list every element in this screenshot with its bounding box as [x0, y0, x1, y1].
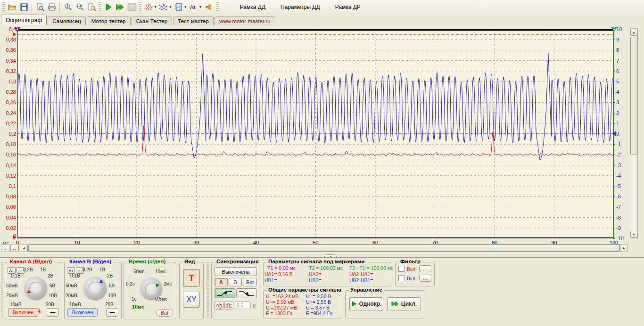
sync-source-a-button[interactable]: А: [215, 278, 228, 286]
knob-pointer: [156, 283, 161, 287]
y-axis-left-tick: 0,22: [0, 121, 16, 126]
tab-scan-tester[interactable]: Скан-Тестер: [132, 16, 173, 25]
menu-frame-dr[interactable]: Рамка ДР: [328, 2, 368, 12]
ub1-value: UВ1=: [264, 277, 277, 283]
channel-a-zero-arrow[interactable]: [13, 235, 18, 240]
dropdown-arrow-icon[interactable]: ▼: [199, 5, 202, 8]
knob-label: 20В: [46, 302, 54, 307]
tab-website[interactable]: www.motor-master.ru: [215, 16, 275, 25]
sync-edge-rising-button[interactable]: [215, 288, 235, 298]
menubar: Рамка ДД Параметры ДД Рамка ДР: [232, 2, 368, 12]
zoom-vertical-icon[interactable]: [62, 1, 74, 13]
y-axis-left-tick: 0,14: [0, 163, 16, 168]
y-axis-right-tickmark: [613, 155, 615, 155]
buffer-button[interactable]: Buf: [156, 309, 173, 317]
tab-oscilloscope[interactable]: Осциллограф: [1, 15, 47, 25]
y-axis-right-tick: 6: [616, 68, 629, 74]
y-axis-right-tickmark: [613, 82, 615, 82]
tab-recorder[interactable]: Самописец: [48, 16, 86, 25]
open-file-icon[interactable]: [6, 1, 18, 13]
view-xy-button[interactable]: XY: [183, 292, 200, 308]
horizontal-scrollbar[interactable]: .. .. ◄ ►: [1, 244, 628, 252]
run-single-icon[interactable]: [102, 1, 114, 13]
panel-grip[interactable]: [1, 262, 3, 318]
dt-value: T2 - T1 = 100,00 мс: [349, 265, 393, 271]
view-title: Вид: [183, 259, 197, 264]
sync-off-button[interactable]: Выключена: [215, 267, 257, 276]
zoom-selection-icon[interactable]: [85, 1, 97, 13]
sound-icon[interactable]: [203, 1, 215, 13]
sync-level-input[interactable]: [235, 302, 251, 309]
knob-label: 1В: [40, 267, 46, 272]
calculator-icon[interactable]: [173, 1, 185, 13]
zoom-horizontal-icon[interactable]: [74, 1, 85, 13]
sync-source-b-button[interactable]: В: [229, 278, 242, 286]
a-ac-value: U~= 2,99 мВ: [266, 299, 294, 305]
dropdown-arrow-icon[interactable]: ▼: [169, 5, 172, 8]
spectrum-b-icon[interactable]: +: [158, 1, 170, 13]
scroll-left-button[interactable]: ◄: [20, 244, 28, 252]
sync-source-ext-button[interactable]: Ext: [243, 278, 257, 286]
filter-a-checkbox[interactable]: [398, 266, 405, 272]
channel-b-zero-arrow[interactable]: [610, 131, 616, 136]
tab-test-master[interactable]: Тест-мастер: [173, 16, 214, 25]
time-range-knob[interactable]: [140, 277, 162, 299]
channel-b-range-knob[interactable]: [83, 277, 106, 299]
knob-label: 10В: [49, 293, 57, 298]
filter-a-label: Вкл: [407, 266, 415, 272]
vertical-scrollbar[interactable]: ▲ ▼: [630, 28, 638, 238]
trigger-level-arrow[interactable]: [13, 32, 18, 37]
menu-frame-dd[interactable]: Рамка ДД: [232, 2, 273, 12]
channel-a-power-button[interactable]: Включен: [8, 308, 38, 317]
scroll-up-button[interactable]: ▲: [630, 29, 637, 36]
run-single-button[interactable]: Однокр.: [349, 297, 383, 310]
y-axis-right-tick: 7: [616, 58, 629, 64]
filter-b-checkbox[interactable]: [398, 275, 405, 281]
channel-a-invert-button[interactable]: —: [47, 308, 59, 317]
channel-b-invert-button[interactable]: —: [106, 308, 118, 317]
knob-label: 5В: [50, 283, 55, 288]
print-preview-icon[interactable]: [34, 1, 46, 13]
scroll-down-button[interactable]: ▼: [630, 231, 637, 238]
tab-motor-tester[interactable]: Мотор-тестер: [87, 16, 131, 25]
scroll-right-button[interactable]: ►: [620, 244, 628, 252]
edit-disabled-icon: [126, 1, 138, 13]
spectrum-a-icon[interactable]: +: [143, 1, 155, 13]
view-panel: Вид T XY: [179, 262, 204, 319]
run-continuous-icon[interactable]: [114, 1, 126, 13]
knob-center: [89, 282, 101, 294]
control-panel-area: Канал А (В/дел) A↕ A↕ 0,2В 1В 0,1В 2В 50…: [0, 259, 644, 323]
dua-value: UА2-UА1=: [349, 271, 373, 277]
sync-mode-wave-button[interactable]: [215, 301, 223, 310]
y-axis-left-tick: 0,08: [0, 194, 16, 199]
rising-edge-icon: [216, 290, 234, 297]
sync-mode-pulse-button[interactable]: [224, 301, 233, 310]
cursor-a-button[interactable]: ..: [1, 244, 9, 252]
cursor-b-button[interactable]: ..: [10, 244, 19, 252]
dropdown-arrow-icon[interactable]: ▼: [154, 5, 157, 8]
channel-b-panel: Канал В (В/дел) A↕ A↕ 0,2В 1В 0,1В 2В 50…: [64, 262, 122, 319]
t1-value: T1 = 0,00 мс: [267, 265, 296, 271]
dropdown-arrow-icon[interactable]: ▼: [184, 5, 187, 8]
channel-b-power-button[interactable]: Включен: [67, 308, 98, 317]
math-formula-icon[interactable]: √α: [188, 1, 200, 13]
filter-b-more-button[interactable]: ...: [419, 275, 431, 282]
horizontal-scroll-thumb[interactable]: [28, 244, 619, 252]
oscillogram-plot[interactable]: [17, 29, 614, 238]
print-icon[interactable]: [46, 1, 58, 13]
y-axis-left-tick: 0,2: [0, 131, 16, 137]
panel-grip[interactable]: [206, 262, 209, 318]
view-t-button[interactable]: T: [183, 269, 200, 287]
sync-edge-falling-button[interactable]: [236, 288, 257, 298]
save-icon[interactable]: [18, 1, 30, 13]
ua1-value: UА1= 0,16 В: [264, 271, 293, 277]
menu-params-dd[interactable]: Параметры ДД: [273, 2, 328, 12]
run-cycle-button[interactable]: Цикл.: [387, 297, 421, 310]
waveform-svg: [17, 29, 614, 238]
vertical-scroll-thumb[interactable]: [630, 37, 637, 155]
channel-a-range-knob[interactable]: [24, 277, 47, 299]
filter-a-more-button[interactable]: ...: [419, 265, 431, 272]
horizontal-scroll-track[interactable]: [28, 244, 620, 252]
channel-a-panel: Канал А (В/дел) A↕ A↕ 0,2В 1В 0,1В 2В 50…: [5, 262, 62, 319]
knob-label: 10В: [108, 293, 116, 298]
